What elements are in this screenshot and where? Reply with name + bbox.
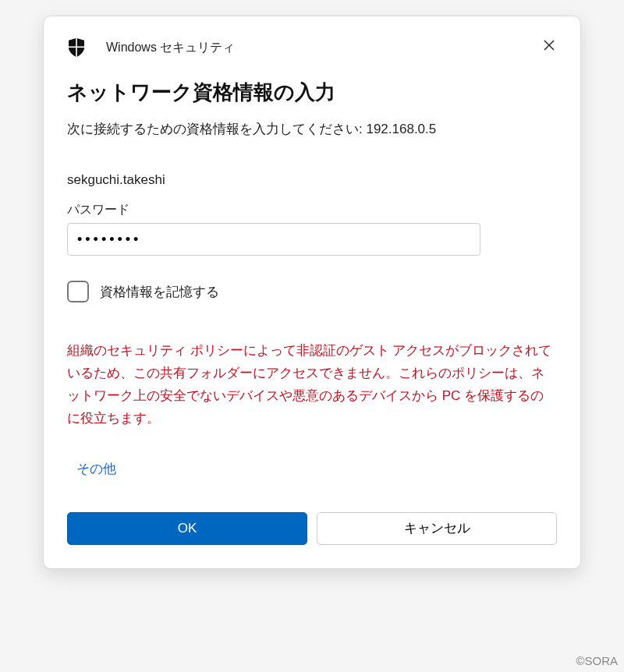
button-row: OK キャンセル	[67, 512, 557, 545]
svg-rect-1	[69, 47, 84, 48]
windows-security-dialog: Windows セキュリティ ネットワーク資格情報の入力 次に接続するための資格…	[43, 16, 581, 569]
ok-button[interactable]: OK	[67, 512, 307, 545]
error-message: 組織のセキュリティ ポリシーによって非認証のゲスト アクセスがブロックされている…	[67, 340, 557, 430]
username-display: sekguchi.takeshi	[67, 172, 557, 188]
more-link[interactable]: その他	[76, 460, 116, 478]
connection-prompt: 次に接続するための資格情報を入力してください: 192.168.0.5	[67, 120, 557, 138]
watermark: ©SORA	[576, 654, 618, 667]
cancel-button[interactable]: キャンセル	[317, 512, 557, 545]
dialog-header: Windows セキュリティ	[67, 38, 557, 57]
shield-icon	[67, 38, 86, 57]
dialog-heading: ネットワーク資格情報の入力	[67, 79, 557, 106]
password-input[interactable]	[67, 223, 480, 256]
password-label: パスワード	[67, 202, 557, 218]
remember-checkbox[interactable]	[67, 281, 89, 302]
close-icon	[544, 40, 555, 53]
remember-label: 資格情報を記憶する	[100, 283, 219, 301]
remember-row: 資格情報を記憶する	[67, 281, 557, 302]
close-button[interactable]	[538, 35, 560, 57]
dialog-title: Windows セキュリティ	[106, 40, 235, 56]
